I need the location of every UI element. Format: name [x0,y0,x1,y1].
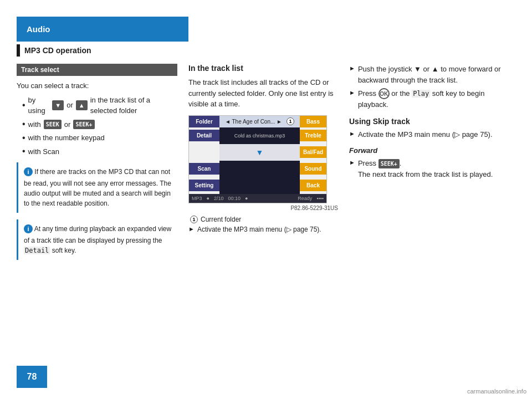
bullet-text-3: with the number keypad [28,132,105,144]
joystick-bullet-1: ► Push the joystick ▼ or ▲ to move forwa… [349,64,510,85]
caption-1: 1 Current folder [188,216,338,223]
track-area: Cold as christmas.mp3 [219,127,300,144]
caption-text-2: Activate the MP3 main menu (▷ page 75). [197,226,321,233]
status-mp3: MP3 [192,196,202,201]
balfad-button[interactable]: Bal/Fad [300,146,326,158]
info-text-1: If there are tracks on the MP3 CD that c… [24,168,171,207]
bullet-text-2a: with [28,119,41,130]
forward-text-1: Press SEEK+. [358,158,493,169]
bullet-text-1a: by using [28,95,50,116]
setting-track-area [219,177,300,194]
play-mono: Play [412,90,430,98]
joystick-text-2: Press OK or the Play soft key to begin p… [358,88,510,110]
status-ready: Ready [298,196,312,201]
arrow-down-icon: ▼ [256,148,264,157]
caption-arrow-2: ► [188,226,195,232]
header-title: Audio [27,24,50,34]
bullet-item-1: by using ▼ or ▲ in the track list of a s… [22,95,177,116]
joystick-text-1: Push the joystick ▼ or ▲ to move forward… [358,64,510,85]
seek-badge: SEEK [44,120,62,129]
bullet-text-1b: in the track list of a selected folder [90,95,177,116]
seekplus-badge-right: SEEK+ [378,159,400,168]
ok-btn: OK [378,88,390,99]
info-box-2: i At any time during playback an expande… [17,219,177,260]
setting-button[interactable]: Setting [189,180,219,191]
treble-button[interactable]: Treble [300,130,326,141]
subheader-text: MP3 CD operation [24,46,91,55]
diagram-ref: P82.86-5229-31US [188,205,338,211]
subheader: MP3 CD operation [17,44,188,57]
info-icon-1: i [24,167,33,176]
info-box-1: i If there are tracks on the MP3 CD that… [17,162,177,213]
setting-row: Setting Back [189,177,326,194]
bullet-text-4: with Scan [28,146,59,157]
left-column: Track select You can select a track: by … [17,64,177,267]
arrow-down-area: ▼ [219,144,300,161]
subheader-bar [17,44,20,57]
bullet-or-2: or [64,119,71,130]
info-icon-2: i [24,224,33,233]
forward-tri-1: ► [349,158,355,167]
status-track: 2/10 [214,196,224,201]
scan-track-area [219,161,300,177]
skip-text-1: Activate the MP3 main menu (▷ page 75). [358,129,493,140]
seek-plus-badge: SEEK+ [73,120,94,129]
circled-1: 1 [287,117,294,125]
skip-track-heading: Using Skip track [349,117,510,126]
status-row: MP3 ● 2/10 00:10 ● Ready ▪▪▪▪ [189,194,326,203]
bass-button[interactable]: Bass [300,116,326,127]
status-circle: ● [207,196,209,201]
bullet-or-1: or [66,100,73,111]
page-number: 78 [17,366,47,388]
forward-bullet-1: ► Press SEEK+. The next track from the t… [349,158,510,180]
track-list-body: The track list includes all tracks of th… [188,77,338,110]
detail-row: Detail Cold as christmas.mp3 Treble [189,127,326,144]
detail-mono: Detail [24,247,50,254]
caption-text-1: Current folder [201,216,241,223]
bullet-list: by using ▼ or ▲ in the track list of a s… [22,95,177,157]
detail-button[interactable]: Detail [189,130,219,141]
folder-row: Folder ◄ The Age of Con... ► 1 Bass [189,116,326,127]
folder-content: ◄ The Age of Con... ► [225,119,282,125]
caption-2: ► Activate the MP3 main menu (▷ page 75)… [188,226,338,233]
status-bars: ▪▪▪▪ [316,196,324,201]
folder-center: ◄ The Age of Con... ► 1 [219,116,300,127]
skip-bullets: ► Activate the MP3 main menu (▷ page 75)… [349,129,510,140]
scan-row: Scan Sound [189,161,326,177]
forward-sub-text: The next track from the track list is pl… [358,169,493,180]
header-banner: Audio [17,17,188,42]
forward-heading: Forward [349,146,510,155]
up-arrow-btn: ▲ [76,100,88,111]
sound-button[interactable]: Sound [300,163,326,175]
joystick-bullets: ► Push the joystick ▼ or ▲ to move forwa… [349,64,510,110]
mid-column: In the track list The track list include… [188,64,338,236]
track-filename: Cold as christmas.mp3 [234,133,285,139]
bullet-item-2: with SEEK or SEEK+ [22,119,177,130]
bullet-item-4: with Scan [22,146,177,157]
arrow-row: ▼ Bal/Fad [189,144,326,161]
bullet-tri-2: ► [349,88,355,98]
track-list-heading: In the track list [188,64,338,73]
forward-bullets: ► Press SEEK+. The next track from the t… [349,158,510,180]
down-arrow-btn: ▼ [52,100,64,111]
joystick-bullet-2: ► Press OK or the Play soft key to begin… [349,88,510,110]
watermark: carmanualsonline.info [467,388,526,395]
scan-button[interactable]: Scan [189,163,219,175]
skip-bullet-1: ► Activate the MP3 main menu (▷ page 75)… [349,129,510,140]
caption-list: 1 Current folder ► Activate the MP3 main… [188,216,338,233]
bullet-tri-1: ► [349,64,355,73]
forward-content: Press SEEK+. The next track from the tra… [358,158,493,180]
bullet-item-3: with the number keypad [22,132,177,144]
player-ui: Folder ◄ The Age of Con... ► 1 Bass Deta… [188,115,327,203]
track-select-intro: You can select a track: [17,80,177,91]
skip-tri-1: ► [349,129,355,139]
track-select-header: Track select [17,64,177,76]
info-text-2: At any time during playback an expanded … [24,225,171,254]
status-circle2: ● [245,196,248,201]
status-time: 00:10 [228,196,241,201]
caption-circled-1: 1 [190,216,198,223]
folder-button[interactable]: Folder [189,116,219,127]
right-column: ► Push the joystick ▼ or ▲ to move forwa… [349,64,510,186]
back-button[interactable]: Back [300,180,326,191]
